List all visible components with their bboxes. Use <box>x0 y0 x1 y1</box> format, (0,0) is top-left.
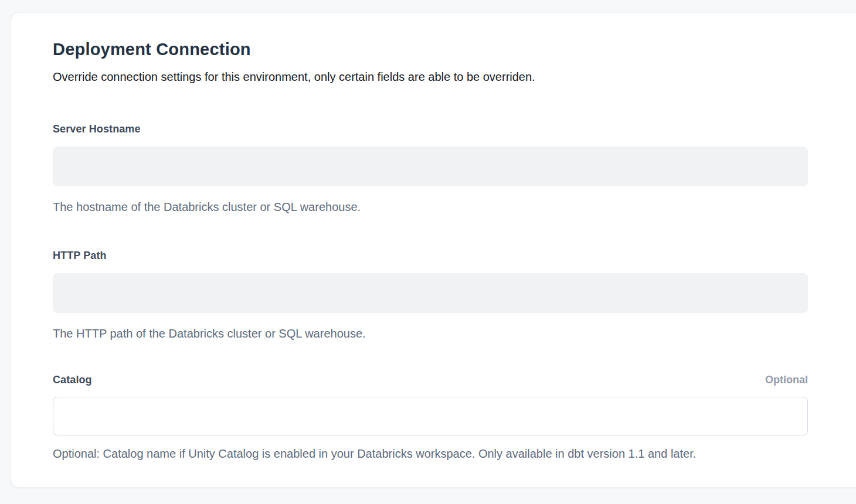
http-path-helper: The HTTP path of the Databricks cluster … <box>53 326 808 341</box>
catalog-input[interactable] <box>53 397 808 435</box>
server-hostname-helper: The hostname of the Databricks cluster o… <box>53 199 808 214</box>
catalog-optional-badge: Optional <box>765 373 808 387</box>
http-path-label: HTTP Path <box>53 248 107 263</box>
catalog-label: Catalog <box>53 373 92 387</box>
server-hostname-label: Server Hostname <box>53 122 141 136</box>
page-subtitle: Override connection settings for this en… <box>53 69 808 84</box>
field-group-server-hostname: Server Hostname The hostname of the Data… <box>53 122 808 214</box>
card-content: Deployment Connection Override connectio… <box>53 13 808 461</box>
server-hostname-label-row: Server Hostname <box>53 122 808 136</box>
deployment-connection-card: Deployment Connection Override connectio… <box>11 12 856 488</box>
catalog-helper: Optional: Catalog name if Unity Catalog … <box>53 446 808 461</box>
field-group-http-path: HTTP Path The HTTP path of the Databrick… <box>53 248 808 341</box>
page-title: Deployment Connection <box>53 39 808 60</box>
field-group-catalog: Catalog Optional Optional: Catalog name … <box>53 373 808 461</box>
server-hostname-input <box>53 147 808 186</box>
http-path-input <box>53 273 808 313</box>
catalog-label-row: Catalog Optional <box>53 373 808 387</box>
http-path-label-row: HTTP Path <box>53 248 808 263</box>
